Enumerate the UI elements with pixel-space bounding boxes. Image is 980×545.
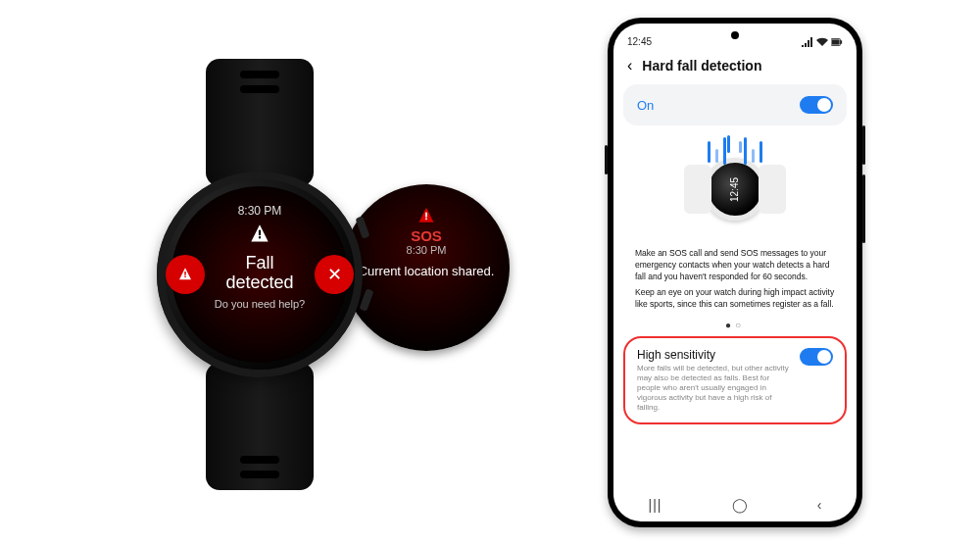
close-icon: ✕: [327, 264, 342, 285]
nav-recents-button[interactable]: |||: [649, 497, 662, 513]
main-toggle-label: On: [637, 98, 654, 113]
svg-rect-0: [425, 213, 427, 218]
sensitivity-title: High sensitivity: [637, 348, 790, 362]
phone-screen: 12:45 ‹ Hard fall detection On: [613, 24, 857, 521]
android-navbar: ||| ◯ ‹: [613, 488, 857, 521]
phone-power-button[interactable]: [862, 125, 865, 165]
main-toggle-row[interactable]: On: [623, 84, 847, 125]
svg-rect-4: [184, 272, 186, 275]
sensitivity-body: More falls will be detected, but other a…: [637, 364, 790, 413]
phone-camera-notch: [731, 31, 739, 39]
appbar: ‹ Hard fall detection: [613, 49, 857, 84]
alert-icon: [416, 206, 436, 225]
signal-icon: [802, 37, 813, 47]
description-text: Make an SOS call and send SOS messages t…: [613, 243, 857, 314]
watch-case: 8:30 PM Fall detected Do you need help? …: [157, 172, 363, 377]
page-title: Hard fall detection: [642, 58, 761, 74]
watch-strap-bottom: [206, 363, 314, 490]
nav-home-button[interactable]: ◯: [732, 497, 748, 513]
sos-button[interactable]: [166, 255, 205, 294]
phone-device: 12:45 ‹ Hard fall detection On: [608, 18, 862, 527]
watch-device: 8:30 PM Fall detected Do you need help? …: [137, 59, 382, 490]
watch-face-primary: 8:30 PM Fall detected Do you need help? …: [172, 186, 348, 363]
wifi-icon: [816, 37, 828, 47]
battery-icon: [831, 37, 843, 47]
svg-rect-5: [184, 276, 186, 278]
phone-volume-button[interactable]: [862, 174, 865, 243]
svg-rect-2: [259, 230, 261, 235]
dismiss-button[interactable]: ✕: [315, 255, 354, 294]
watch-strap-top: [206, 59, 314, 186]
illustration: 12:45: [613, 135, 857, 243]
fall-subtext: Do you need help?: [172, 298, 348, 310]
main-toggle-switch[interactable]: [800, 96, 833, 114]
alert-icon: [247, 222, 272, 247]
back-button[interactable]: ‹: [627, 57, 632, 74]
svg-rect-8: [840, 40, 842, 43]
nav-back-button[interactable]: ‹: [817, 497, 822, 513]
illustration-watch-icon: 12:45: [704, 158, 766, 221]
svg-rect-3: [259, 236, 261, 238]
watch-crown-button[interactable]: [355, 216, 369, 238]
status-time: 12:45: [627, 36, 652, 47]
watch-side-button[interactable]: [359, 288, 373, 311]
sensitivity-toggle-switch[interactable]: [800, 348, 833, 366]
phone-bixby-button[interactable]: [605, 145, 608, 174]
high-sensitivity-card[interactable]: High sensitivity More falls will be dete…: [623, 336, 847, 424]
page-indicator[interactable]: ●○: [613, 314, 857, 334]
svg-rect-1: [425, 219, 427, 221]
svg-rect-7: [832, 39, 840, 44]
watch-time: 8:30 PM: [172, 204, 348, 218]
